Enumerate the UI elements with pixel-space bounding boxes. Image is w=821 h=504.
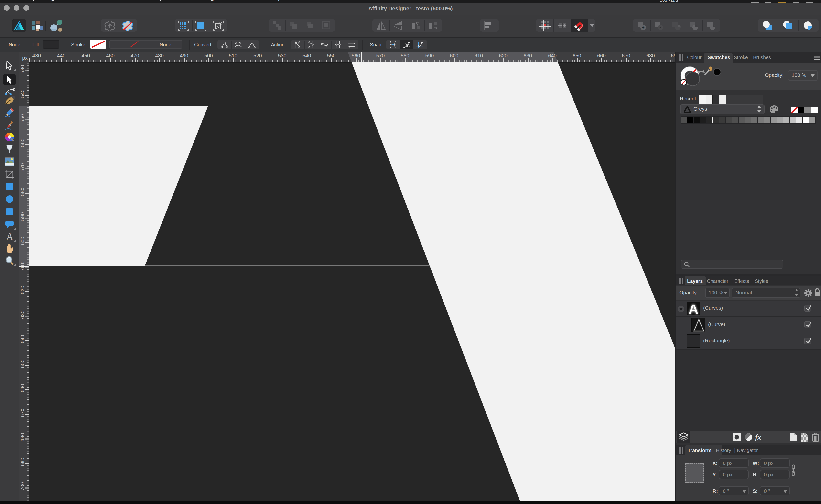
svg-text:+: + [642, 25, 645, 30]
svg-text:-: - [660, 24, 661, 30]
